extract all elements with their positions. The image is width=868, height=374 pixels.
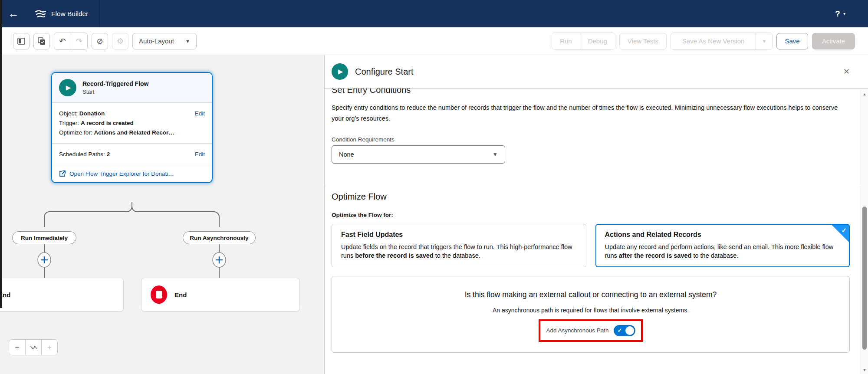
flow-builder-icon (35, 10, 46, 18)
trigger-value: A record is created (81, 120, 134, 126)
toolbar: ↶ ↷ ⊘ ⚙ Auto-Layout ▼ Run Debug View Tes… (0, 27, 868, 55)
view-tests-button[interactable]: View Tests (619, 33, 667, 49)
gear-icon: ⚙ (117, 36, 124, 46)
flow-start-icon: ▶ (59, 79, 76, 96)
condition-requirements-select[interactable]: None ▼ (332, 145, 505, 164)
chevron-down-icon: ▼ (762, 39, 766, 44)
object-label: Object: (59, 110, 78, 117)
start-icon: ▶ (332, 63, 348, 80)
check-icon: ✓ (618, 327, 622, 334)
optimize-flow-heading: Optimize Flow (332, 192, 850, 202)
close-panel-button[interactable]: ✕ (843, 67, 850, 76)
panel-title: Configure Start (355, 67, 414, 77)
help-menu[interactable]: ? ▾ (835, 0, 845, 27)
configure-start-panel: ▶ Configure Start ✕ Set Entry Conditions… (325, 55, 868, 374)
plus-icon: + (47, 343, 52, 352)
auto-layout-dropdown[interactable]: Auto-Layout ▼ (132, 33, 197, 49)
redo-button[interactable]: ↷ (71, 33, 87, 49)
main-area: ▶ Record-Triggered Flow Start Object: Do… (0, 55, 868, 374)
condition-requirements-value: None (339, 151, 354, 158)
chevron-down-icon: ▼ (493, 151, 498, 157)
chevron-down-icon: ▾ (843, 11, 845, 16)
toggle-toolbox-button[interactable] (13, 33, 30, 49)
scroll-down-icon[interactable]: ▼ (861, 368, 868, 372)
settings-button[interactable]: ⚙ (112, 33, 128, 49)
start-node-subtitle: Start (82, 89, 148, 95)
select-elements-button[interactable] (33, 33, 50, 49)
end-icon (151, 285, 167, 304)
undo-button[interactable]: ↶ (54, 33, 71, 49)
save-button[interactable]: Save (776, 33, 808, 49)
start-node-type: Record-Triggered Flow (82, 80, 148, 87)
option-title: Fast Field Updates (341, 231, 577, 239)
multi-select-icon (38, 37, 46, 45)
option-title: Actions and Related Records (605, 231, 841, 239)
scheduled-paths-label: Scheduled Paths: (59, 151, 105, 157)
fit-view-icon: ↘↖ (30, 344, 37, 351)
app-section: Flow Builder (27, 0, 100, 27)
toolbar-actions: Run Debug View Tests Save As New Version… (552, 33, 855, 50)
disable-icon: ⊘ (96, 36, 103, 46)
add-element-node (38, 253, 51, 267)
section-divider (325, 185, 868, 185)
window-edge (0, 0, 2, 308)
canvas-zoom-controls: − ↘↖ + (9, 339, 58, 355)
optimize-label: Optimize for: (59, 129, 92, 136)
flow-trigger-explorer-link[interactable]: Open Flow Trigger Explorer for Donati… (52, 165, 212, 182)
edit-trigger-link[interactable]: Edit (195, 110, 205, 117)
navbar: ← Flow Builder ? ▾ (0, 0, 868, 27)
scheduled-paths-summary: Scheduled Paths: 2 Edit (52, 143, 212, 165)
minus-icon: − (15, 343, 20, 352)
back-button[interactable]: ← (0, 0, 27, 27)
auto-layout-label: Auto-Layout (139, 37, 174, 45)
entry-conditions-description: Specify entry conditions to reduce the n… (332, 102, 850, 125)
trigger-label: Trigger: (59, 120, 79, 126)
close-icon: ✕ (843, 67, 850, 76)
zoom-in-button[interactable]: + (41, 340, 57, 355)
branch-run-asynchronously[interactable]: Run Asynchronously (183, 231, 256, 244)
optimize-value: Actions and Related Recor… (94, 129, 174, 136)
add-async-path-label: Add Asynchronous Path (546, 327, 608, 334)
start-node-header: ▶ Record-Triggered Flow Start (52, 73, 212, 103)
run-button[interactable]: Run (552, 33, 580, 49)
zoom-to-fit-button[interactable]: ↘↖ (25, 340, 41, 355)
entry-conditions-heading-clipped: Set Entry Conditions (332, 89, 850, 98)
branch-run-immediately[interactable]: Run Immediately (12, 231, 76, 244)
panel-scrollbar[interactable]: ▲ ▼ (861, 90, 868, 374)
panel-body: Set Entry Conditions Specify entry condi… (325, 89, 868, 374)
debug-button[interactable]: Debug (580, 33, 615, 49)
edit-scheduled-paths-link[interactable]: Edit (195, 151, 205, 157)
save-as-group: Save As New Version ▼ (671, 33, 773, 50)
object-value: Donation (79, 110, 105, 117)
activate-button[interactable]: Activate (812, 33, 855, 49)
add-element-node (213, 253, 226, 267)
undo-redo-group: ↶ ↷ (54, 33, 88, 50)
zoom-out-button[interactable]: − (9, 340, 25, 355)
undo-icon: ↶ (59, 36, 66, 46)
check-icon: ✓ (841, 226, 847, 234)
disable-element-button[interactable]: ⊘ (92, 33, 108, 49)
panel-header: ▶ Configure Start ✕ (325, 55, 868, 89)
add-async-path-toggle[interactable]: ✓ (614, 325, 635, 336)
help-icon: ? (835, 9, 840, 19)
scroll-up-icon[interactable]: ▲ (861, 92, 868, 96)
option-actions-and-related-records[interactable]: ✓ Actions and Related Records Update any… (595, 224, 850, 267)
optimize-options: Fast Field Updates Update fields on the … (332, 224, 850, 267)
start-node-card[interactable]: ▶ Record-Triggered Flow Start Object: Do… (51, 72, 213, 183)
flow-canvas[interactable]: ▶ Record-Triggered Flow Start Object: Do… (0, 55, 325, 374)
async-path-highlight: Add Asynchronous Path ✓ (539, 319, 642, 342)
toggle-knob (625, 326, 634, 335)
external-callout-question: Is this flow making an external callout … (341, 290, 841, 299)
condition-requirements-label: Condition Requirements (332, 136, 850, 143)
scrollbar-thumb[interactable] (862, 207, 867, 350)
end-node-right[interactable]: End (141, 278, 300, 312)
external-callout-box: Is this flow making an external callout … (332, 276, 850, 353)
external-link-icon (59, 171, 66, 177)
app-title: Flow Builder (51, 10, 88, 18)
end-node-left[interactable]: End (0, 278, 124, 312)
save-as-new-version-button[interactable]: Save As New Version (671, 33, 756, 49)
option-fast-field-updates[interactable]: Fast Field Updates Update fields on the … (332, 224, 586, 267)
option-description: Update any record and perform actions, l… (605, 243, 841, 260)
optimize-flow-sub-label: Optimize the Flow for: (332, 212, 850, 218)
save-as-dropdown-button[interactable]: ▼ (756, 33, 772, 49)
